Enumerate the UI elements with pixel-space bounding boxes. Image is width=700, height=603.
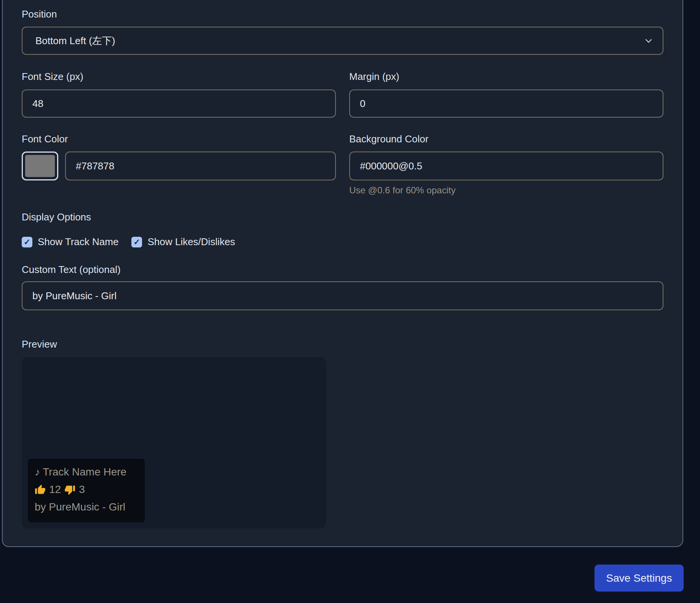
show-track-name-label: Show Track Name <box>38 236 118 248</box>
margin-field: Margin (px) <box>349 71 663 118</box>
preview-custom-text: by PureMusic - Girl <box>35 498 125 516</box>
preview-track-text: ♪ Track Name Here <box>35 463 126 481</box>
margin-label: Margin (px) <box>349 71 663 82</box>
background-color-label: Background Color <box>349 133 663 145</box>
checkbox-checked-icon[interactable] <box>131 237 142 247</box>
font-color-field: Font Color <box>22 133 336 196</box>
show-likes-dislikes-label: Show Likes/Dislikes <box>147 236 235 248</box>
preview-likes-line: 12 3 <box>35 481 138 498</box>
preview-box: ♪ Track Name Here 12 3 by PureMusic - Gi… <box>22 357 326 528</box>
font-size-label: Font Size (px) <box>22 71 336 82</box>
thumbs-down-icon <box>64 484 75 495</box>
font-color-input[interactable] <box>65 152 336 180</box>
font-color-label: Font Color <box>22 133 336 145</box>
likes-count: 12 <box>49 481 61 498</box>
preview-custom-line: by PureMusic - Girl <box>35 498 138 516</box>
position-select[interactable]: Bottom Left (左下) <box>22 27 663 55</box>
save-settings-button[interactable]: Save Settings <box>595 565 684 592</box>
preview-overlay: ♪ Track Name Here 12 3 by PureMusic - Gi… <box>28 459 145 522</box>
position-label: Position <box>22 8 663 20</box>
custom-text-input[interactable] <box>22 281 663 310</box>
preview-track-line: ♪ Track Name Here <box>35 463 138 481</box>
opacity-hint: Use @0.6 for 60% opacity <box>349 185 663 196</box>
font-size-field: Font Size (px) <box>22 71 336 118</box>
chevron-down-icon <box>644 36 654 46</box>
custom-text-label: Custom Text (optional) <box>22 264 663 275</box>
show-likes-dislikes-checkbox-group[interactable]: Show Likes/Dislikes <box>131 236 235 248</box>
display-options-label: Display Options <box>22 211 663 223</box>
checkbox-checked-icon[interactable] <box>22 237 32 247</box>
font-size-input[interactable] <box>22 89 336 118</box>
position-select-value: Bottom Left (左下) <box>35 34 115 48</box>
margin-input[interactable] <box>349 89 663 118</box>
overlay-settings-panel: Position Bottom Left (左下) Font Size (px)… <box>2 0 683 547</box>
preview-label: Preview <box>22 338 663 350</box>
background-color-input[interactable] <box>349 152 663 180</box>
font-color-swatch <box>25 155 55 177</box>
thumbs-up-icon <box>35 484 46 495</box>
dislikes-count: 3 <box>79 481 85 498</box>
background-color-field: Background Color Use @0.6 for 60% opacit… <box>349 133 663 196</box>
display-options-row: Show Track Name Show Likes/Dislikes <box>22 236 663 248</box>
show-track-name-checkbox-group[interactable]: Show Track Name <box>22 236 118 248</box>
font-color-picker[interactable] <box>22 152 58 180</box>
